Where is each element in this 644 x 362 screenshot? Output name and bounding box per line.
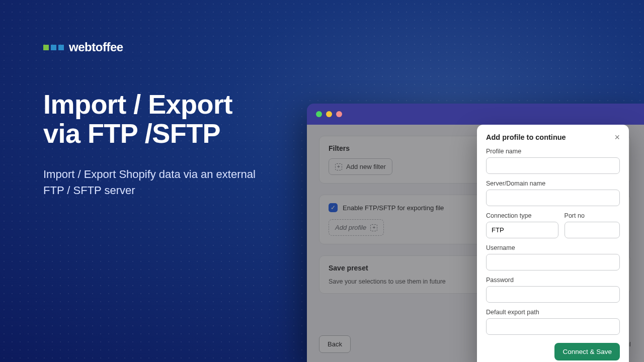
username-label: Username	[486, 244, 620, 251]
export-path-input[interactable]	[486, 318, 620, 335]
traffic-light-yellow[interactable]	[326, 111, 332, 117]
add-profile-modal: Add profile to continue × Profile name S…	[477, 125, 629, 362]
brand-name: webtoffee	[69, 40, 123, 54]
port-input[interactable]	[565, 222, 620, 238]
traffic-light-red[interactable]	[336, 111, 342, 117]
server-input[interactable]	[486, 190, 620, 206]
profile-name-label: Profile name	[486, 148, 620, 155]
logo-marks	[43, 45, 64, 50]
password-input[interactable]	[486, 286, 620, 303]
close-icon[interactable]: ×	[614, 133, 620, 142]
connection-type-select[interactable]: FTP	[486, 222, 558, 238]
profile-name-input[interactable]	[486, 157, 620, 174]
app-body: Filters + Add new filter ✓ Enable FTP/SF…	[307, 125, 644, 362]
export-path-label: Default export path	[486, 309, 620, 316]
username-input[interactable]	[486, 254, 620, 270]
connect-save-button[interactable]: Connect & Save	[554, 343, 620, 360]
app-window: Filters + Add new filter ✓ Enable FTP/SF…	[307, 104, 644, 362]
brand-logo: webtoffee	[43, 40, 260, 54]
traffic-light-green[interactable]	[316, 111, 322, 117]
modal-title: Add profile to continue	[486, 133, 566, 141]
window-titlebar	[307, 104, 644, 125]
port-label: Port no	[565, 212, 620, 219]
server-label: Server/Domain name	[486, 180, 620, 187]
hero-subtitle: Import / Export Shopify data via an exte…	[43, 166, 260, 199]
password-label: Password	[486, 277, 620, 284]
connection-type-label: Connection type	[486, 212, 558, 219]
hero-title: Import / Export via FTP /SFTP	[43, 89, 260, 148]
